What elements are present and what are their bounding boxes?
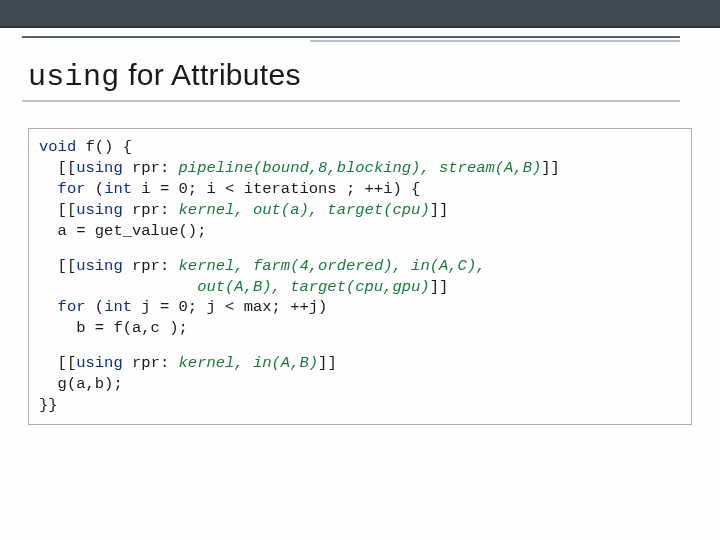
- topbar-underline-dark: [22, 36, 680, 38]
- code-line: for (int j = 0; j < max; ++j): [39, 297, 681, 318]
- code-block: void f() { [[using rpr: pipeline(bound,8…: [28, 128, 692, 425]
- code-line: [[using rpr: kernel, in(A,B)]]: [39, 353, 681, 374]
- code-line: [[using rpr: kernel, farm(4,ordered), in…: [39, 256, 681, 277]
- code-line: b = f(a,c );: [39, 318, 681, 339]
- code-line: [[using rpr: pipeline(bound,8,blocking),…: [39, 158, 681, 179]
- slide-topbar: [0, 0, 720, 28]
- code-gap: [39, 242, 681, 256]
- code-line: a = get_value();: [39, 221, 681, 242]
- topbar-underline-light: [310, 40, 680, 42]
- slide-title: using for Attributes: [28, 58, 301, 94]
- code-line: }}: [39, 395, 681, 416]
- title-code-word: using: [28, 60, 120, 94]
- title-underline: [22, 100, 680, 102]
- code-line: void f() {: [39, 137, 681, 158]
- code-gap: [39, 339, 681, 353]
- title-text: for Attributes: [120, 58, 301, 91]
- code-line: [[using rpr: kernel, out(a), target(cpu)…: [39, 200, 681, 221]
- code-line: g(a,b);: [39, 374, 681, 395]
- code-line: out(A,B), target(cpu,gpu)]]: [39, 277, 681, 298]
- code-line: for (int i = 0; i < iterations ; ++i) {: [39, 179, 681, 200]
